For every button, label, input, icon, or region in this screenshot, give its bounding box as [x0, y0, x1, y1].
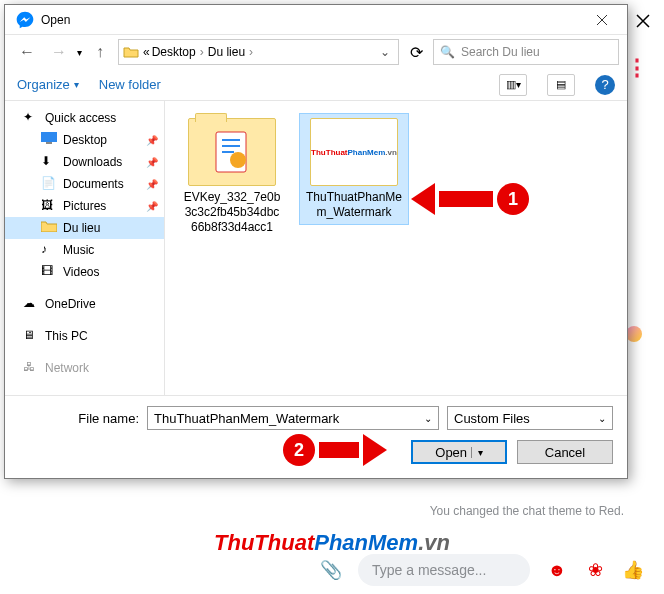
folder-icon	[123, 44, 139, 60]
pc-icon: 🖥	[23, 328, 39, 344]
pin-icon: 📌	[146, 179, 158, 190]
help-icon[interactable]: ?	[595, 75, 615, 95]
folder-icon	[188, 118, 276, 186]
nav-forward-button[interactable]: →	[45, 39, 73, 65]
watermark-logo: ThuThuatPhanMem.vn	[214, 530, 450, 556]
file-item-evkey[interactable]: EVKey_332_7e0b3c3c2fb45b34dbc66b8f33d4ac…	[177, 113, 287, 240]
tree-documents[interactable]: 📄Documents📌	[5, 173, 164, 195]
nav-back-button[interactable]: ←	[13, 39, 41, 65]
filename-input[interactable]: ThuThuatPhanMem_Watermark ⌄	[147, 406, 439, 430]
tree-network[interactable]: 🖧Network	[5, 357, 164, 379]
chevron-down-icon[interactable]: ⌄	[424, 413, 432, 424]
annotation-2: 2	[283, 434, 387, 466]
tree-desktop[interactable]: Desktop📌	[5, 129, 164, 151]
chat-input-row: 📎 Type a message... ☻ ❀ 👍	[320, 554, 644, 586]
dialog-toolbar: Organize▾ New folder ▥▾ ▤ ?	[5, 69, 627, 101]
organize-button[interactable]: Organize▾	[17, 77, 79, 92]
svg-rect-1	[41, 132, 57, 142]
chevron-right-icon: ›	[200, 45, 204, 59]
nav-up-button[interactable]: ↑	[86, 39, 114, 65]
pin-icon: 📌	[146, 135, 158, 146]
tree-music[interactable]: ♪Music	[5, 239, 164, 261]
preview-pane-button[interactable]: ▤	[547, 74, 575, 96]
pin-icon: 📌	[146, 157, 158, 168]
tree-pictures[interactable]: 🖼Pictures📌	[5, 195, 164, 217]
nav-tree: ✦Quick access Desktop📌 ⬇Downloads📌 📄Docu…	[5, 101, 165, 395]
tree-downloads[interactable]: ⬇Downloads📌	[5, 151, 164, 173]
smile-icon[interactable]: ☻	[546, 559, 568, 581]
breadcrumb-prefix: «	[143, 45, 150, 59]
more-icon[interactable]: ⋮	[626, 55, 648, 81]
attach-icon[interactable]: 📎	[320, 559, 342, 581]
file-item-watermark[interactable]: ThuThuatPhanMem.vn ThuThuatPhanMem_Water…	[299, 113, 409, 225]
message-input[interactable]: Type a message...	[358, 554, 530, 586]
dialog-title: Open	[41, 13, 581, 27]
chevron-down-icon[interactable]: ▾	[77, 47, 82, 58]
tree-dulieu[interactable]: Du lieu	[5, 217, 164, 239]
view-mode-button[interactable]: ▥▾	[499, 74, 527, 96]
refresh-button[interactable]: ⟳	[403, 39, 429, 65]
search-input[interactable]: 🔍 Search Du lieu	[433, 39, 619, 65]
dialog-close-button[interactable]	[581, 6, 623, 34]
filename-label: File name:	[19, 411, 139, 426]
file-name: EVKey_332_7e0b3c3c2fb45b34dbc66b8f33d4ac…	[182, 190, 282, 235]
file-name: ThuThuatPhanMem_Watermark	[304, 190, 404, 220]
breadcrumb-item[interactable]: Desktop	[152, 45, 196, 59]
titlebar: Open	[5, 5, 627, 35]
messenger-icon	[15, 10, 35, 30]
tree-onedrive[interactable]: ☁OneDrive	[5, 293, 164, 315]
video-icon: 🎞	[41, 264, 57, 280]
status-text: You changed the chat theme to Red.	[430, 504, 624, 518]
svg-rect-2	[46, 142, 52, 144]
breadcrumb[interactable]: « Desktop › Du lieu › ⌄	[118, 39, 399, 65]
close-icon[interactable]	[634, 12, 652, 30]
filetype-dropdown[interactable]: Custom Files ⌄	[447, 406, 613, 430]
annotation-1: 1	[411, 183, 529, 215]
tree-videos[interactable]: 🎞Videos	[5, 261, 164, 283]
cancel-button[interactable]: Cancel	[517, 440, 613, 464]
image-thumbnail: ThuThuatPhanMem.vn	[310, 118, 398, 186]
new-folder-button[interactable]: New folder	[99, 77, 161, 92]
dialog-bottom: File name: ThuThuatPhanMem_Watermark ⌄ C…	[5, 395, 627, 478]
like-icon[interactable]: 👍	[622, 559, 644, 581]
document-icon: 📄	[41, 176, 57, 192]
star-icon: ✦	[23, 110, 39, 126]
svg-point-4	[230, 152, 246, 168]
cloud-icon: ☁	[23, 296, 39, 312]
tree-this-pc[interactable]: 🖥This PC	[5, 325, 164, 347]
desktop-icon	[41, 132, 57, 148]
open-dialog: Open ← → ▾ ↑ « Desktop › Du lieu › ⌄ ⟳ 🔍…	[4, 4, 628, 479]
search-placeholder: Search Du lieu	[461, 45, 540, 59]
pin-icon: 📌	[146, 201, 158, 212]
dialog-navbar: ← → ▾ ↑ « Desktop › Du lieu › ⌄ ⟳ 🔍 Sear…	[5, 35, 627, 69]
open-button[interactable]: Open ▾	[411, 440, 507, 464]
pictures-icon: 🖼	[41, 198, 57, 214]
folder-icon	[41, 220, 57, 236]
chevron-right-icon: ›	[249, 45, 253, 59]
download-icon: ⬇	[41, 154, 57, 170]
network-icon: 🖧	[23, 360, 39, 376]
breadcrumb-dropdown[interactable]: ⌄	[376, 45, 394, 59]
music-icon: ♪	[41, 242, 57, 258]
chevron-down-icon: ⌄	[598, 413, 606, 424]
sticker-icon[interactable]: ❀	[584, 559, 606, 581]
search-icon: 🔍	[440, 45, 455, 59]
breadcrumb-item[interactable]: Du lieu	[208, 45, 245, 59]
tree-quick-access[interactable]: ✦Quick access	[5, 107, 164, 129]
file-list: EVKey_332_7e0b3c3c2fb45b34dbc66b8f33d4ac…	[165, 101, 627, 395]
avatar	[626, 326, 642, 342]
